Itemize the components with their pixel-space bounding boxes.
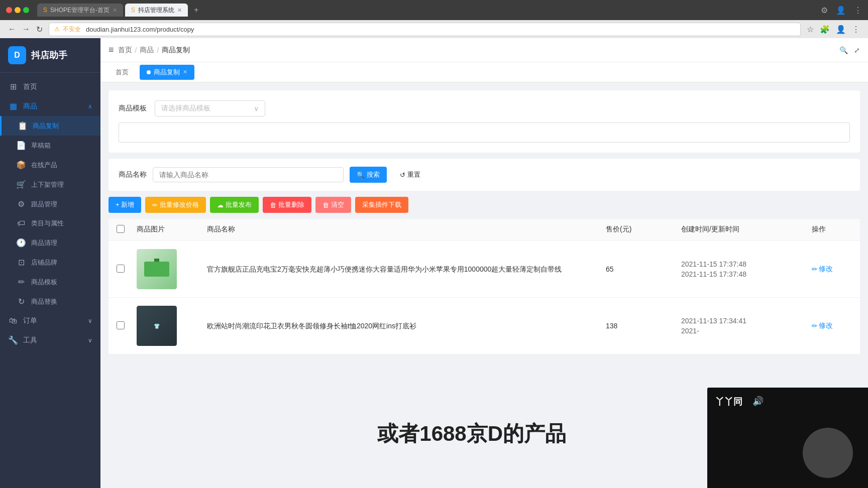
row2-created: 2021-11-13 17:34:41	[681, 317, 812, 325]
row1-price: 65	[606, 265, 614, 273]
row1-created: 2021-11-15 17:37:48	[681, 260, 812, 268]
row1-select[interactable]	[117, 265, 125, 273]
col-product-img: 商品图片	[137, 225, 207, 234]
sidebar-item-product-copy[interactable]: 📋 商品复制	[0, 116, 100, 136]
orders-expand-icon: ∨	[88, 317, 92, 324]
search-btn[interactable]: 🔍 搜索	[350, 167, 387, 183]
action-bar: + 新增 ✏ 批量修改价格 ☁ 批量发布 🗑 批量删除 🗑 清空	[108, 197, 860, 213]
sidebar: D 抖店助手 ⊞ 首页 ▦ 商品 ∧ 📋 商品复制 📄 草稿箱 📦	[0, 38, 100, 488]
sidebar-item-store-brand[interactable]: ⊡ 店铺品牌	[0, 253, 100, 272]
edit-icon2: ✏	[812, 322, 818, 330]
tab-copy-close[interactable]: ✕	[183, 69, 187, 75]
tab-close-shope[interactable]: ✕	[113, 7, 117, 14]
sidebar-item-draft-box[interactable]: 📄 草稿箱	[0, 136, 100, 155]
clear-btn[interactable]: 🗑 清空	[315, 197, 351, 213]
search-input[interactable]	[153, 167, 344, 182]
batch-price-icon: ✏	[152, 201, 158, 209]
row2-action-label: 修改	[819, 321, 833, 330]
sidebar-item-products[interactable]: ▦ 商品 ∧	[0, 96, 100, 116]
col-price: 售价(元)	[606, 225, 681, 234]
row1-edit-btn[interactable]: ✏ 修改	[812, 265, 852, 274]
template-select[interactable]: 请选择商品模板 ∨	[155, 100, 265, 116]
breadcrumb-home[interactable]: 首页	[118, 46, 132, 55]
row2-select[interactable]	[117, 321, 125, 329]
browser-tab-shope[interactable]: S SHOPE管理平台-首页 ✕	[37, 4, 123, 17]
reset-label: 重置	[407, 170, 420, 179]
col-action: 操作	[812, 225, 852, 234]
product-replace-icon: ↻	[16, 297, 26, 306]
forward-btn[interactable]: →	[22, 25, 30, 34]
sidebar-item-orders[interactable]: 🛍 订单 ∨	[0, 311, 100, 330]
sidebar-item-product-template[interactable]: ✏ 商品模板	[0, 272, 100, 292]
charger-icon	[144, 262, 169, 277]
top-bar: ≡ 首页 / 商品 / 商品复制 🔍 ⤢	[100, 38, 868, 62]
sidebar-item-product-replace[interactable]: ↻ 商品替换	[0, 292, 100, 311]
menu-toggle-btn[interactable]: ≡	[108, 45, 114, 55]
sidebar-label-home: 首页	[23, 82, 37, 91]
batch-price-label: 批量修改价格	[160, 200, 199, 209]
tab-close-doudian[interactable]: ✕	[177, 7, 182, 14]
browser-menu-icon[interactable]: ⋮	[854, 6, 862, 15]
sidebar-item-shelf-manage[interactable]: 🛒 上下架管理	[0, 175, 100, 194]
sidebar-label-online-products: 在线产品	[31, 161, 57, 170]
sidebar-item-online-products[interactable]: 📦 在线产品	[0, 155, 100, 175]
profile-icon[interactable]: 👤	[836, 25, 846, 34]
batch-delete-label: 批量删除	[278, 200, 304, 209]
browser-tab-doudian[interactable]: S 抖店管理系统 ✕	[125, 4, 188, 17]
browser-profile-icon[interactable]: 👤	[836, 6, 846, 15]
row1-checkbox	[117, 265, 137, 274]
sidebar-item-home[interactable]: ⊞ 首页	[0, 77, 100, 96]
address-input[interactable]: ⚠ 不安全 doudian.jianhui123.com/product/cop…	[49, 23, 801, 36]
add-btn[interactable]: + 新增	[108, 197, 141, 213]
batch-publish-btn[interactable]: ☁ 批量发布	[210, 197, 259, 213]
sidebar-label-store-brand: 店铺品牌	[31, 258, 57, 267]
sidebar-item-track-manage[interactable]: ⚙ 跟品管理	[0, 194, 100, 214]
product-template-icon: ✏	[16, 277, 26, 287]
row2-edit-btn[interactable]: ✏ 修改	[812, 321, 852, 330]
back-btn[interactable]: ←	[8, 25, 16, 34]
maximize-window-btn[interactable]	[23, 7, 29, 13]
home-icon: ⊞	[8, 82, 18, 91]
table-row: 官方旗舰店正品充电宝2万毫安快充超薄小巧便携迷你大容量适用华为小米苹果专用100…	[108, 241, 860, 298]
refresh-btn[interactable]: ↻	[36, 25, 43, 34]
browser-chrome: S SHOPE管理平台-首页 ✕ S 抖店管理系统 ✕ + ⚙ 👤 ⋮	[0, 0, 868, 20]
sidebar-label-tools: 工具	[23, 336, 37, 345]
clothing-icon: 👕	[154, 323, 160, 329]
global-search-icon[interactable]: 🔍	[839, 46, 848, 54]
fullscreen-icon[interactable]: ⤢	[854, 46, 860, 54]
table-header: 商品图片 商品名称 售价(元) 创建时间/更新时间 操作	[108, 219, 860, 241]
minimize-window-btn[interactable]	[15, 7, 21, 13]
new-tab-btn[interactable]: +	[190, 4, 202, 17]
batch-delete-btn[interactable]: 🗑 批量删除	[263, 197, 311, 213]
row2-product-name: 欧洲站时尚潮流印花卫衣男秋冬圆领修身长袖t恤2020网红ins打底衫	[207, 322, 416, 330]
table-row: 👕 欧洲站时尚潮流印花卫衣男秋冬圆领修身长袖t恤2020网红ins打底衫 138…	[108, 298, 860, 354]
extensions-icon[interactable]: 🧩	[820, 25, 830, 34]
collect-plugin-btn[interactable]: 采集插件下载	[355, 197, 408, 213]
reset-btn[interactable]: ↺ 重置	[393, 167, 427, 183]
row2-name-cell: 欧洲站时尚潮流印花卫衣男秋冬圆领修身长袖t恤2020网红ins打底衫	[207, 321, 606, 331]
search-btn-label: 搜索	[367, 170, 380, 179]
browser-extensions-icon[interactable]: ⚙	[821, 6, 828, 15]
close-window-btn[interactable]	[6, 7, 12, 13]
sidebar-item-product-clean[interactable]: 🕐 商品清理	[0, 233, 100, 253]
filter-section: 商品模板 请选择商品模板 ∨	[108, 90, 860, 153]
sidebar-item-tools[interactable]: 🔧 工具 ∨	[0, 330, 100, 350]
bookmark-icon[interactable]: ☆	[807, 25, 814, 34]
tab-product-copy[interactable]: 商品复制 ✕	[140, 65, 194, 80]
address-bar: ← → ↻ ⚠ 不安全 doudian.jianhui123.com/produ…	[0, 20, 868, 38]
breadcrumb-products[interactable]: 商品	[140, 46, 154, 55]
video-title-text: 丫丫同	[715, 396, 742, 408]
video-placeholder: 丫丫同 🔊	[707, 388, 868, 488]
sidebar-label-orders: 订单	[23, 316, 37, 325]
template-filter-label: 商品模板	[119, 104, 147, 113]
browser-settings-icon[interactable]: ⋮	[852, 25, 860, 34]
select-all-checkbox[interactable]	[117, 225, 125, 233]
row2-time-cell: 2021-11-13 17:34:41 2021-	[681, 317, 812, 335]
row1-img-placeholder	[137, 249, 177, 289]
tab-home[interactable]: 首页	[108, 65, 136, 80]
batch-price-btn[interactable]: ✏ 批量修改价格	[145, 197, 206, 213]
draft-box-icon: 📄	[16, 141, 26, 150]
sidebar-item-category-attr[interactable]: 🏷 类目与属性	[0, 214, 100, 233]
tools-icon: 🔧	[8, 335, 18, 345]
url-input-area[interactable]	[119, 123, 850, 143]
